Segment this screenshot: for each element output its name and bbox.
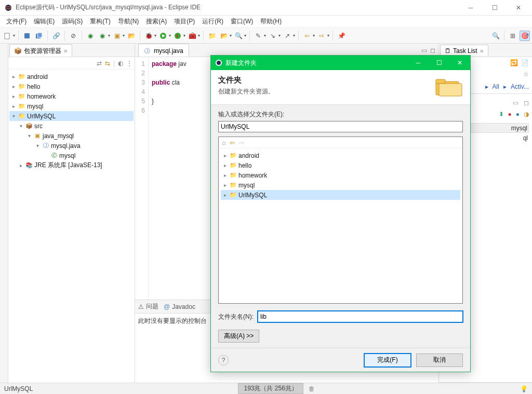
outline-focus-icon[interactable]: ●: [516, 111, 520, 118]
open-perspective-button[interactable]: ⊞: [508, 31, 518, 41]
search-button[interactable]: 🔍: [233, 31, 244, 41]
save-button[interactable]: [22, 31, 32, 41]
file-mysql-java[interactable]: ▾Ⓙmysql.java: [9, 141, 134, 151]
project-homework[interactable]: ▸📁homework: [9, 91, 134, 101]
task-arrow-icon[interactable]: ▸: [485, 83, 488, 90]
help-icon[interactable]: ?: [218, 355, 229, 365]
outline-max-icon[interactable]: ◻: [524, 99, 529, 106]
menu-edit[interactable]: 编辑(E): [31, 16, 58, 27]
finish-button[interactable]: 完成(F): [364, 354, 411, 367]
editor-tab-mysql-java[interactable]: Ⓙ mysql.java: [138, 44, 189, 57]
view-menu-icon[interactable]: ⋮: [126, 60, 132, 67]
menu-window[interactable]: 窗口(W): [228, 16, 256, 27]
tip-icon[interactable]: 💡: [520, 385, 528, 392]
toggle-mark-button[interactable]: ✎: [253, 31, 263, 41]
home-icon[interactable]: ⌂: [222, 139, 225, 146]
new-package-button[interactable]: ▣: [112, 31, 122, 41]
parent-folder-input[interactable]: [218, 121, 463, 132]
outline-hide2-icon[interactable]: ◑: [524, 111, 529, 118]
external-tools-button[interactable]: 🧰: [187, 31, 197, 41]
quick-access-button[interactable]: 🔍: [490, 31, 501, 41]
link-with-editor-icon[interactable]: ⇆: [105, 60, 110, 67]
dlg-tree-android[interactable]: ▸📁android: [221, 151, 460, 160]
window-close-button[interactable]: ✕: [511, 4, 526, 11]
cancel-button[interactable]: 取消: [416, 354, 463, 367]
new-button[interactable]: [2, 31, 12, 41]
collapse-all-icon[interactable]: ⇄: [97, 60, 102, 67]
advanced-button[interactable]: 高级(A) >>: [218, 330, 259, 343]
dlg-tree-hello[interactable]: ▸📁hello: [221, 160, 460, 170]
task-filter-all[interactable]: All: [493, 83, 499, 90]
window-minimize-button[interactable]: ─: [463, 4, 478, 11]
problems-tab[interactable]: ⚠问题: [138, 302, 158, 311]
menu-refactor[interactable]: 重构(T): [87, 16, 113, 27]
menu-run[interactable]: 运行(R): [199, 16, 227, 27]
skip-breakpoints-button[interactable]: ⊘: [68, 31, 78, 41]
outline-hide-icon[interactable]: ●: [508, 111, 512, 118]
javadoc-tab[interactable]: @Javadoc: [164, 303, 195, 310]
task-filter-activate[interactable]: Activ...: [511, 83, 529, 90]
back-button[interactable]: ⇦: [302, 31, 312, 41]
minimize-view-icon[interactable]: ▭: [421, 47, 427, 54]
task-tool-1[interactable]: 🔁: [510, 59, 518, 66]
menu-file[interactable]: 文件(F): [3, 16, 30, 27]
next-annotation-button[interactable]: ↘: [268, 31, 278, 41]
coverage-button[interactable]: [172, 31, 183, 41]
project-urlmysql[interactable]: ▾📁UrlMySQL: [9, 111, 134, 121]
focus-task-icon[interactable]: ◐: [118, 60, 123, 67]
close-tab-icon[interactable]: ✕: [480, 48, 484, 54]
java-perspective-button[interactable]: 🎯: [520, 31, 530, 41]
save-all-button[interactable]: [34, 31, 44, 41]
task-arrow-icon-2[interactable]: ▸: [503, 83, 507, 90]
open-type-button[interactable]: 📂: [126, 31, 137, 41]
forward-button[interactable]: ⇨: [316, 31, 327, 41]
outline-min-icon[interactable]: ▭: [513, 99, 518, 106]
pin-editor-button[interactable]: 📌: [336, 31, 347, 41]
task-tool-3[interactable]: ☆: [523, 71, 529, 78]
dialog-titlebar[interactable]: 新建文件夹 ─ ☐ ✕: [211, 56, 470, 70]
parent-folder-tree[interactable]: ⌂ ⇦ ⇨ ▸📁android ▸📁hello ▸📁homework ▸📁mys…: [218, 137, 463, 304]
menu-help[interactable]: 帮助(H): [257, 16, 285, 27]
project-hello[interactable]: ▸📁hello: [9, 81, 134, 91]
dialog-maximize-button[interactable]: ☐: [433, 59, 445, 66]
menu-search[interactable]: 搜索(A): [143, 16, 170, 27]
memory-monitor[interactable]: 193兆（共 256兆）: [238, 383, 303, 394]
forward-arrow-icon[interactable]: ⇨: [239, 139, 244, 146]
menu-project[interactable]: 项目(P): [171, 16, 198, 27]
menu-source[interactable]: 源码(S): [59, 16, 86, 27]
java-file-icon: Ⓙ: [143, 47, 151, 55]
dialog-close-button[interactable]: ✕: [454, 59, 466, 66]
project-android[interactable]: ▸📁android: [9, 72, 134, 81]
task-tool-2[interactable]: 📄: [521, 59, 529, 66]
build-button[interactable]: ◉: [85, 31, 96, 41]
window-maximize-button[interactable]: ☐: [487, 4, 502, 11]
jre-library[interactable]: ▸📚JRE 系统库 [JavaSE-13]: [9, 160, 134, 170]
menu-navigate[interactable]: 导航(N): [115, 16, 142, 27]
project-mysql[interactable]: ▸📁mysql: [9, 101, 134, 111]
dlg-tree-urlmysql[interactable]: ▸📁UrlMySQL: [221, 190, 460, 200]
dialog-minimize-button[interactable]: ─: [412, 59, 424, 66]
folder-src[interactable]: ▾📦src: [9, 121, 134, 131]
maximize-view-icon[interactable]: ◻: [430, 47, 435, 54]
prev-annotation-button[interactable]: ↗: [282, 31, 292, 41]
trash-icon[interactable]: 🗑: [309, 385, 315, 392]
class-mysql[interactable]: Ⓒmysql: [9, 151, 134, 160]
debug-button[interactable]: 🐞: [143, 31, 154, 41]
package-explorer-tree[interactable]: ▸📁android ▸📁hello ▸📁homework ▸📁mysql ▾📁U…: [8, 70, 135, 383]
task-list-tab[interactable]: 🗒 Task List ✕: [440, 45, 488, 56]
open-task-button[interactable]: 📂: [219, 31, 229, 41]
back-arrow-icon[interactable]: ⇦: [230, 139, 235, 146]
new-java-project-button[interactable]: 📁: [207, 31, 217, 41]
package-explorer-tab[interactable]: 📦 包资源管理器 ✕: [9, 44, 72, 57]
parent-folder-label: 输入或选择父文件夹(E):: [218, 110, 463, 119]
folder-name-input[interactable]: [258, 311, 463, 322]
run-button[interactable]: [158, 31, 168, 41]
folder-name-label: 文件夹名(N):: [218, 313, 254, 321]
close-tab-icon[interactable]: ✕: [63, 48, 68, 54]
new-class-button[interactable]: ◉: [97, 31, 108, 41]
toggle-breadcrumb-button[interactable]: 🔗: [51, 31, 61, 41]
dlg-tree-homework[interactable]: ▸📁homework: [221, 170, 460, 180]
outline-sort-icon[interactable]: ⬍: [499, 111, 504, 118]
package-java-mysql[interactable]: ▾▣java_mysql: [9, 131, 134, 141]
dlg-tree-mysql[interactable]: ▸📁mysql: [221, 180, 460, 190]
